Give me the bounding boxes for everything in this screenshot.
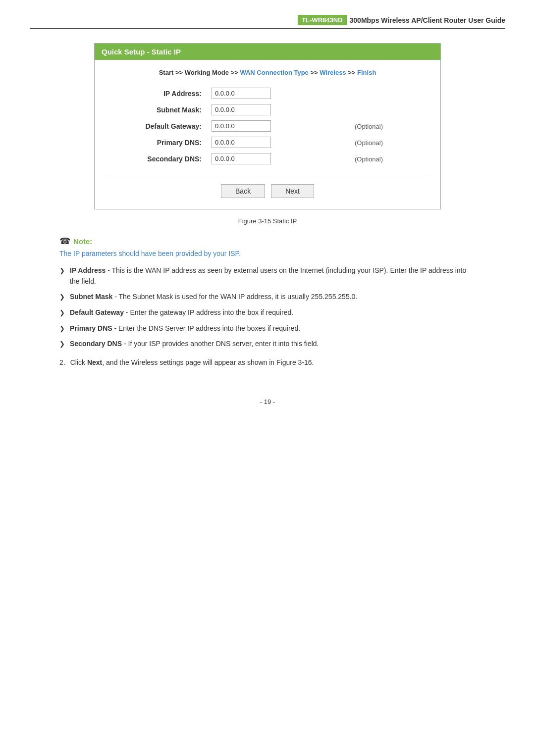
default-gateway-row: Default Gateway: (Optional) [107,118,428,134]
secondary-dns-optional: (Optional) [355,155,383,163]
list-item: 2. Click Next, and the Wireless settings… [59,357,476,368]
secondary-dns-row: Secondary DNS: (Optional) [107,151,428,167]
secondary-dns-label: Secondary DNS: [107,151,206,167]
note-section: ☎ Note: The IP parameters should have be… [54,236,481,257]
secondary-dns-cell [206,151,347,167]
ip-address-row: IP Address: [107,85,428,101]
button-row: Back Next [107,180,428,200]
list-item: ❯ IP Address - This is the WAN IP addres… [54,265,481,287]
ip-address-input[interactable] [212,88,271,99]
bullet-text: IP Address - This is the WAN IP address … [70,265,476,287]
back-button[interactable]: Back [221,184,265,198]
screenshot-content: Start >> Working Mode >> WAN Connection … [95,60,440,209]
screenshot-title: Quick Setup - Static IP [102,48,181,56]
primary-dns-optional: (Optional) [355,139,383,147]
default-gateway-input[interactable] [212,120,271,132]
list-text: Click Next, and the Wireless settings pa… [70,357,314,368]
bullet-arrow-icon: ❯ [59,308,65,318]
screenshot-box: Quick Setup - Static IP Start >> Working… [94,43,441,209]
page-header: TL-WR843ND 300Mbps Wireless AP/Client Ro… [30,15,505,29]
secondary-dns-input[interactable] [212,153,271,164]
bc-finish: Finish [357,69,376,76]
list-item: ❯ Secondary DNS - If your ISP provides a… [54,339,481,350]
page-number: - 19 - [30,398,505,405]
note-header: ☎ Note: [59,236,476,247]
bullet-arrow-icon: ❯ [59,339,65,349]
bullet-text: Subnet Mask - The Subnet Mask is used fo… [70,292,357,302]
list-item: ❯ Subnet Mask - The Subnet Mask is used … [54,292,481,302]
screenshot-title-bar: Quick Setup - Static IP [95,44,440,60]
primary-dns-input[interactable] [212,137,271,148]
numbered-list: 2. Click Next, and the Wireless settings… [54,357,481,368]
bc-wireless: Wireless [320,69,346,76]
ip-address-label: IP Address: [107,85,206,101]
list-number: 2. [59,357,65,368]
breadcrumb: Start >> Working Mode >> WAN Connection … [107,69,428,76]
next-button[interactable]: Next [271,184,314,198]
subnet-mask-cell [206,101,347,118]
bullet-text: Default Gateway - Enter the gateway IP a… [70,307,293,318]
primary-dns-label: Primary DNS: [107,134,206,151]
bullet-text: Secondary DNS - If your ISP provides ano… [70,339,319,350]
subnet-mask-label: Subnet Mask: [107,101,206,118]
bc-start: Start [159,69,174,76]
note-label: Note: [73,237,92,246]
note-icon: ☎ [59,236,70,247]
list-item: ❯ Default Gateway - Enter the gateway IP… [54,307,481,318]
bullet-arrow-icon: ❯ [59,324,65,334]
bullet-list: ❯ IP Address - This is the WAN IP addres… [54,265,481,350]
static-ip-form: IP Address: Subnet Mask: Default Gateway… [107,85,428,167]
model-label: TL-WR843ND [298,15,346,25]
bullet-arrow-icon: ❯ [59,292,65,302]
default-gateway-label: Default Gateway: [107,118,206,134]
default-gateway-optional: (Optional) [355,123,383,130]
bc-working-mode: Working Mode [185,69,229,76]
header-title: 300Mbps Wireless AP/Client Router User G… [350,16,505,24]
default-gateway-cell [206,118,347,134]
bc-wan-connection: WAN Connection Type [240,69,308,76]
primary-dns-cell [206,134,347,151]
list-item: ❯ Primary DNS - Enter the DNS Server IP … [54,323,481,334]
figure-caption: Figure 3-15 Static IP [30,217,505,225]
ip-address-cell [206,85,347,101]
bullet-arrow-icon: ❯ [59,266,65,276]
form-divider [107,175,428,175]
bullet-text: Primary DNS - Enter the DNS Server IP ad… [70,323,300,334]
primary-dns-row: Primary DNS: (Optional) [107,134,428,151]
subnet-mask-row: Subnet Mask: [107,101,428,118]
subnet-mask-input[interactable] [212,104,271,115]
note-text: The IP parameters should have been provi… [59,250,476,257]
